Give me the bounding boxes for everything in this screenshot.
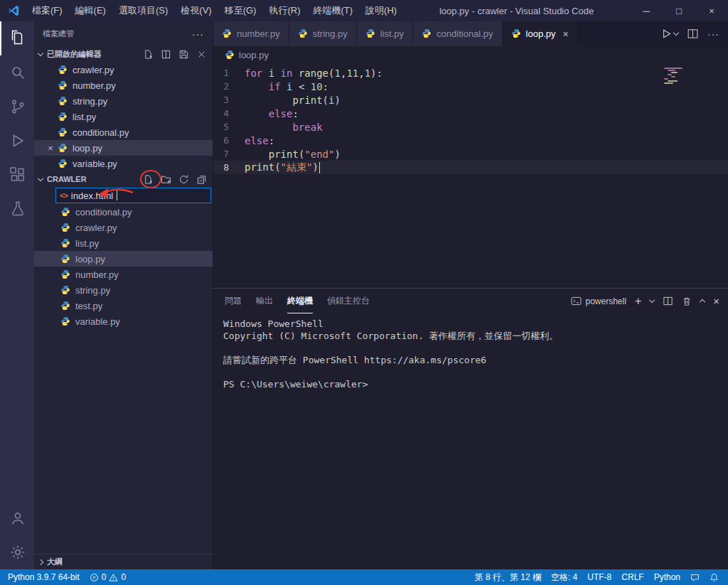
tab-conditional-py[interactable]: conditional.py bbox=[413, 21, 503, 46]
file-name: crawler.py bbox=[75, 222, 117, 233]
menu-item[interactable]: 終端機(T) bbox=[306, 0, 359, 21]
file-item[interactable]: variable.py bbox=[34, 313, 213, 329]
refresh-icon[interactable] bbox=[178, 173, 189, 185]
new-file-icon[interactable] bbox=[142, 173, 154, 185]
new-file-input[interactable]: <> index.html bbox=[55, 188, 211, 203]
shell-selector[interactable]: powershell bbox=[571, 296, 626, 306]
eol-sequence[interactable]: CRLF bbox=[616, 569, 648, 585]
tab-list-py[interactable]: list.py bbox=[357, 21, 413, 46]
extensions-icon[interactable] bbox=[0, 158, 34, 192]
menu-item[interactable]: 檢視(V) bbox=[174, 0, 218, 21]
account-icon[interactable] bbox=[0, 501, 34, 535]
project-section-header[interactable]: CRAWLER bbox=[34, 171, 213, 187]
menu-item[interactable]: 說明(H) bbox=[359, 0, 403, 21]
split-editor-icon[interactable] bbox=[687, 28, 699, 40]
maximize-button[interactable]: □ bbox=[663, 0, 695, 21]
tab-string-py[interactable]: string.py bbox=[289, 21, 357, 46]
feedback-icon[interactable] bbox=[685, 569, 705, 585]
open-editor-item[interactable]: conditional.py bbox=[34, 124, 213, 140]
file-item[interactable]: number.py bbox=[34, 267, 213, 282]
toggle-layout-icon[interactable] bbox=[160, 48, 171, 60]
outline-section-header[interactable]: 大綱 bbox=[34, 554, 213, 569]
minimize-button[interactable]: ─ bbox=[630, 0, 663, 21]
file-item[interactable]: crawler.py bbox=[34, 220, 213, 235]
indentation[interactable]: 空格: 4 bbox=[546, 569, 582, 585]
close-icon[interactable]: × bbox=[44, 143, 57, 154]
new-terminal-icon[interactable]: + bbox=[635, 296, 641, 307]
search-icon[interactable] bbox=[0, 55, 34, 90]
new-file-row[interactable]: <> index.html bbox=[34, 187, 213, 204]
run-python-file-button[interactable] bbox=[660, 28, 678, 40]
problems-indicator[interactable]: 0 0 bbox=[85, 569, 131, 585]
code-editor[interactable]: 1for i in range(1,11,1):2 if i < 10:3 pr… bbox=[213, 63, 728, 288]
run-debug-icon[interactable] bbox=[0, 124, 34, 158]
open-editor-item[interactable]: variable.py bbox=[34, 156, 213, 171]
python-file-icon bbox=[57, 127, 68, 138]
code-line[interactable]: 5 break bbox=[213, 120, 728, 134]
code-line[interactable]: 7 print("end") bbox=[213, 147, 728, 161]
code-line[interactable]: 3 print(i) bbox=[213, 93, 728, 107]
file-name: string.py bbox=[73, 96, 107, 107]
tab-loop-py[interactable]: loop.py× bbox=[503, 21, 578, 46]
file-name: conditional.py bbox=[73, 127, 129, 138]
tab-output[interactable]: 輸出 bbox=[256, 289, 273, 313]
code-line[interactable]: 1for i in range(1,11,1): bbox=[213, 66, 728, 80]
new-folder-icon[interactable] bbox=[160, 173, 171, 185]
menu-item[interactable]: 選取項目(S) bbox=[112, 0, 174, 21]
open-editor-item[interactable]: crawler.py bbox=[34, 62, 213, 77]
encoding[interactable]: UTF-8 bbox=[582, 569, 616, 585]
code-line[interactable]: 8print("結束") bbox=[213, 161, 728, 174]
kill-terminal-trash-icon[interactable] bbox=[682, 296, 692, 306]
explorer-icon[interactable] bbox=[0, 21, 34, 55]
minimap[interactable] bbox=[664, 68, 715, 84]
notifications-bell-icon[interactable] bbox=[705, 569, 724, 585]
menu-item[interactable]: 移至(G) bbox=[218, 0, 263, 21]
breadcrumb[interactable]: loop.py bbox=[213, 46, 728, 63]
menu-item[interactable]: 檔案(F) bbox=[26, 0, 69, 21]
open-editor-item[interactable]: list.py bbox=[34, 109, 213, 124]
explorer-sidebar: 檔案總管 ··· 已開啟的編輯器 crawler.pynumber.pystri… bbox=[34, 21, 213, 569]
cursor-position[interactable]: 第 8 行、第 12 欄 bbox=[470, 569, 546, 585]
close-icon[interactable]: × bbox=[563, 28, 569, 40]
menu-item[interactable]: 執行(R) bbox=[262, 0, 306, 21]
code-line[interactable]: 6else: bbox=[213, 134, 728, 147]
close-window-button[interactable]: × bbox=[695, 0, 728, 21]
python-file-icon bbox=[422, 28, 432, 39]
collapse-all-icon[interactable] bbox=[196, 173, 207, 185]
open-editor-item[interactable]: number.py bbox=[34, 77, 213, 93]
project-folder-label: CRAWLER bbox=[47, 175, 87, 183]
more-actions-icon[interactable]: ··· bbox=[707, 28, 719, 40]
settings-gear-icon[interactable] bbox=[0, 535, 34, 569]
open-editor-item[interactable]: string.py bbox=[34, 93, 213, 109]
terminal-output[interactable]: Windows PowerShellCopyright (C) Microsof… bbox=[213, 313, 728, 569]
code-line[interactable]: 4 else: bbox=[213, 107, 728, 120]
close-panel-icon[interactable]: × bbox=[713, 295, 719, 307]
tab-number-py[interactable]: number.py bbox=[213, 21, 289, 46]
maximize-panel-icon[interactable] bbox=[700, 299, 705, 305]
chevron-down-icon[interactable] bbox=[649, 297, 655, 303]
split-terminal-icon[interactable] bbox=[663, 296, 673, 306]
open-editors-section-header[interactable]: 已開啟的編輯器 bbox=[34, 46, 213, 62]
python-file-icon bbox=[60, 269, 71, 280]
more-actions-icon[interactable]: ··· bbox=[192, 28, 204, 40]
file-item[interactable]: conditional.py bbox=[34, 204, 213, 220]
tab-problems[interactable]: 問題 bbox=[225, 289, 242, 313]
file-item[interactable]: loop.py bbox=[34, 251, 213, 267]
file-item[interactable]: string.py bbox=[34, 282, 213, 298]
open-editor-item[interactable]: ×loop.py bbox=[34, 140, 213, 156]
code-line[interactable]: 2 if i < 10: bbox=[213, 80, 728, 93]
new-untitled-file-icon[interactable] bbox=[142, 48, 154, 60]
testing-icon[interactable] bbox=[0, 192, 34, 226]
minimap-line bbox=[664, 78, 668, 80]
tab-terminal[interactable]: 終端機 bbox=[287, 289, 313, 313]
tab-debug-console[interactable]: 偵錯主控台 bbox=[327, 289, 370, 313]
file-item[interactable]: list.py bbox=[34, 235, 213, 251]
file-item[interactable]: test.py bbox=[34, 298, 213, 313]
close-all-editors-icon[interactable] bbox=[196, 48, 207, 60]
menu-item[interactable]: 編輯(E) bbox=[69, 0, 112, 21]
source-control-icon[interactable] bbox=[0, 90, 34, 124]
save-all-icon[interactable] bbox=[178, 48, 189, 60]
python-interpreter[interactable]: Python 3.9.7 64-bit bbox=[3, 569, 85, 585]
minimap-line bbox=[668, 74, 672, 75]
language-mode[interactable]: Python bbox=[649, 569, 685, 585]
